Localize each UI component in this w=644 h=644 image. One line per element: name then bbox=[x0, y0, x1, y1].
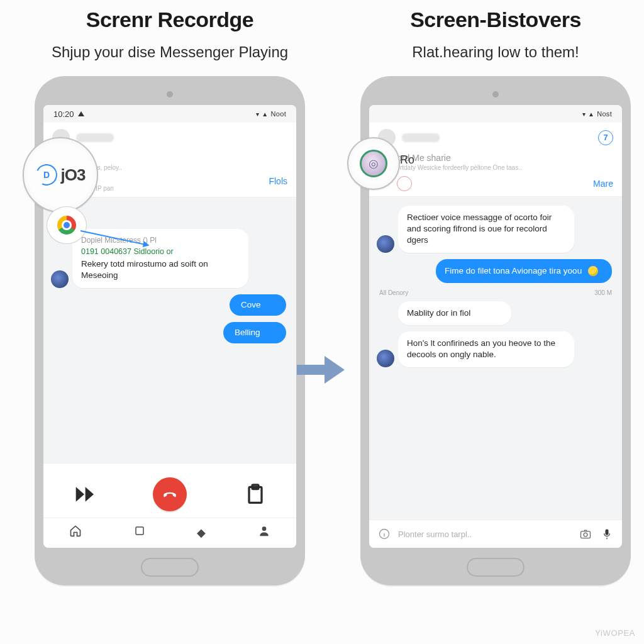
nav-home-icon[interactable] bbox=[69, 525, 82, 540]
wifi-icon bbox=[256, 110, 259, 118]
sender-avatar-icon[interactable] bbox=[51, 270, 69, 288]
header-link-flols[interactable]: Flols bbox=[269, 176, 287, 186]
panel-left-title: Screnr Recordge bbox=[19, 8, 321, 32]
wifi-icon bbox=[582, 110, 586, 118]
message-incoming[interactable]: Mablity dor in fiol bbox=[398, 301, 511, 325]
message-outgoing[interactable]: Cove bbox=[230, 294, 286, 316]
magnifier-callout-left: D jO3 bbox=[23, 137, 98, 213]
svg-rect-7 bbox=[581, 531, 591, 538]
phone-home-button[interactable] bbox=[141, 558, 199, 577]
chat-body-right[interactable]: Rectioer voice messagge of ocorto foir a… bbox=[369, 197, 622, 519]
message-body: Rekery totd mirostumo ad soift on Meseoi… bbox=[81, 258, 240, 281]
info-icon[interactable] bbox=[377, 526, 392, 541]
message-meta: All Denory 300 M bbox=[379, 289, 612, 296]
magnifier-text: jO3 bbox=[61, 165, 86, 185]
status-carrier: Nost bbox=[597, 110, 612, 118]
message-incoming[interactable]: Rectioer voice messagge of ocorto foir a… bbox=[398, 206, 574, 253]
blurred-title bbox=[76, 133, 114, 142]
svg-point-8 bbox=[584, 533, 587, 536]
chrome-icon bbox=[57, 216, 76, 235]
phone-frame-right: Nost 7 Scoord Me sharie Desportdaty Wesi… bbox=[360, 76, 631, 586]
location-icon bbox=[78, 111, 84, 116]
mic-icon[interactable] bbox=[599, 526, 614, 541]
message-input[interactable]: Plonter surmo tarpl.. bbox=[398, 530, 572, 539]
message-body: Rectioer voice messagge of ocorto foir a… bbox=[407, 213, 552, 245]
phone-home-button[interactable] bbox=[467, 558, 525, 577]
message-incoming[interactable]: Hon's lt confirineds an you heove to the… bbox=[398, 331, 574, 367]
messenger-circle-icon: D bbox=[33, 161, 60, 189]
emoji-icon bbox=[588, 266, 598, 276]
sender-avatar-icon[interactable] bbox=[377, 235, 394, 253]
watermark: YiWOPEA bbox=[595, 628, 635, 638]
status-bar: 10:20 Noot bbox=[43, 105, 296, 123]
message-incoming[interactable]: Dopiel Micsteress () Pl 0191 0040637 Sid… bbox=[72, 229, 248, 288]
nav-recents-icon[interactable] bbox=[134, 525, 145, 540]
chat-header-sub: Desportdaty Wesicke fordeerlly pèltone O… bbox=[382, 164, 613, 171]
status-carrier: Noot bbox=[271, 110, 286, 118]
panel-left-subtitle: Shjup your dise Messenger Playing bbox=[19, 43, 321, 61]
header-link-mare[interactable]: Mare bbox=[593, 179, 613, 189]
nav-diamond-icon[interactable]: ◆ bbox=[197, 526, 206, 540]
chat-header-title: Scoord Me sharie bbox=[382, 153, 613, 163]
header-hint: Deo IP pan bbox=[82, 185, 287, 192]
call-controls bbox=[43, 463, 296, 518]
message-body: Mablity dor in fiol bbox=[407, 308, 470, 318]
message-outgoing[interactable]: Belling bbox=[223, 322, 286, 343]
blurred-title bbox=[402, 133, 440, 142]
meta-time: 300 M bbox=[594, 289, 612, 296]
avatar-zoom-icon: ◎ bbox=[360, 150, 387, 177]
signal-icon bbox=[588, 110, 594, 118]
end-call-button[interactable] bbox=[153, 477, 187, 511]
message-phone-number[interactable]: 0191 0040637 Sidloorio or bbox=[81, 247, 240, 257]
small-avatar-icon[interactable] bbox=[397, 176, 412, 191]
flow-arrow-icon bbox=[296, 352, 346, 387]
status-bar: Nost bbox=[369, 105, 622, 123]
message-body: Hon's lt confirineds an you heove to the… bbox=[407, 338, 555, 359]
system-navigation: ◆ bbox=[43, 518, 296, 548]
magnifier-right-label: Ro bbox=[400, 153, 414, 167]
message-body: Fime do filet tona Avionage tira yoou bbox=[445, 266, 582, 275]
svg-point-3 bbox=[262, 526, 266, 531]
panel-right-subtitle: Rlat.hearing low to them! bbox=[345, 43, 644, 61]
sender-avatar-icon[interactable] bbox=[377, 350, 394, 367]
header-action-badge[interactable]: 7 bbox=[598, 130, 613, 145]
camera-icon[interactable] bbox=[578, 526, 593, 541]
svg-rect-2 bbox=[136, 527, 143, 535]
status-time: 10:20 bbox=[53, 109, 74, 119]
svg-rect-9 bbox=[606, 530, 609, 535]
nav-profile-icon[interactable] bbox=[258, 525, 270, 540]
chrome-callout-icon bbox=[47, 206, 87, 244]
message-outgoing[interactable]: Fime do filet tona Avionage tira yoou bbox=[436, 259, 612, 283]
meta-status: All Denory bbox=[379, 289, 408, 296]
panel-left: Screnr Recordge Shjup your dise Messenge… bbox=[19, 8, 321, 586]
panel-right: Screen-Bistovers Rlat.hearing low to the… bbox=[345, 8, 644, 586]
signal-icon bbox=[262, 110, 268, 118]
skip-icon[interactable] bbox=[72, 482, 97, 507]
message-input-bar: Plonter surmo tarpl.. bbox=[369, 519, 622, 548]
clipboard-icon[interactable] bbox=[243, 482, 268, 507]
magnifier-callout-right: ◎ bbox=[347, 137, 400, 190]
screen-right: Nost 7 Scoord Me sharie Desportdaty Wesi… bbox=[369, 105, 622, 548]
panel-right-title: Screen-Bistovers bbox=[345, 8, 644, 32]
